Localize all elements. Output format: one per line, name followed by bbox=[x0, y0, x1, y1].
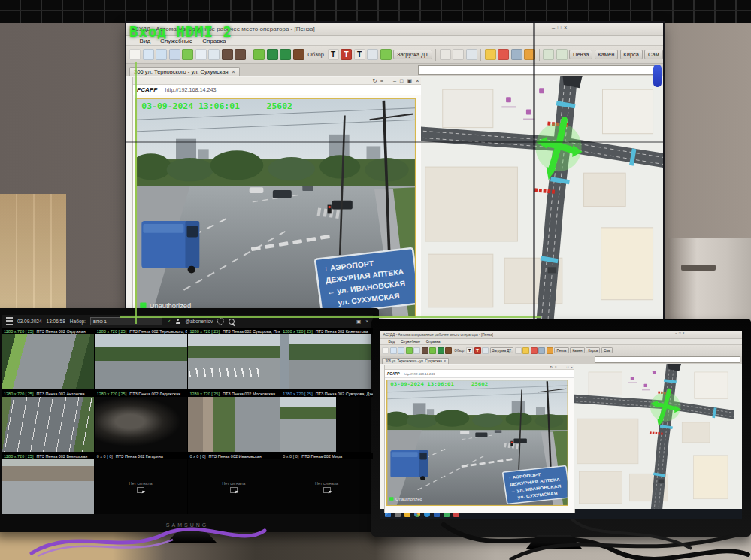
filter-icon[interactable]: T bbox=[466, 347, 473, 354]
user-red-icon[interactable] bbox=[531, 347, 538, 354]
maximize-icon[interactable]: □ bbox=[558, 24, 562, 31]
city-sam-button[interactable]: Сам bbox=[601, 347, 613, 353]
camera-tile[interactable]: 1280 x 720 [ 25]ПТЗ Пенза 002 Кижеватова bbox=[280, 328, 373, 389]
signal-icon[interactable] bbox=[482, 347, 489, 354]
user-yellow-icon[interactable] bbox=[485, 49, 496, 60]
city-penza-button[interactable]: Пенза bbox=[569, 50, 592, 59]
intersection-tab[interactable]: 306 ул. Терновского - ул. Сухумская × bbox=[382, 358, 449, 363]
open-icon[interactable] bbox=[390, 347, 397, 354]
city-kirsa-button[interactable]: Кирса bbox=[620, 50, 643, 59]
filter-red-icon[interactable]: T bbox=[341, 49, 352, 60]
tab-close-icon[interactable]: × bbox=[444, 359, 446, 363]
pcapp-tab[interactable]: PCAPP bbox=[387, 372, 400, 376]
browse-label[interactable]: Обзор bbox=[453, 349, 465, 353]
save-icon[interactable] bbox=[398, 347, 404, 354]
close-icon[interactable]: × bbox=[564, 24, 567, 31]
route-icon[interactable] bbox=[380, 49, 392, 60]
menu-service[interactable]: Служебные bbox=[401, 340, 420, 344]
leaf-icon[interactable] bbox=[253, 49, 265, 60]
minimize-icon[interactable]: – bbox=[562, 365, 564, 369]
close-icon[interactable]: × bbox=[571, 365, 573, 369]
new-doc-icon[interactable] bbox=[382, 347, 389, 354]
close-icon[interactable]: × bbox=[416, 77, 419, 84]
cursor-icon[interactable] bbox=[208, 49, 220, 60]
tree-icon[interactable] bbox=[267, 49, 278, 60]
minimize-icon[interactable]: – bbox=[393, 77, 396, 84]
camera-view[interactable] bbox=[385, 378, 574, 513]
load-dt-button[interactable]: Загрузка ДТ bbox=[393, 50, 432, 59]
check-icon[interactable]: ✓ bbox=[167, 319, 171, 325]
menu-help[interactable]: Справка bbox=[426, 340, 441, 344]
camera-tile[interactable]: 1280 x 720 [ 25]ПТЗ Пенза 002 Бекешская bbox=[2, 453, 94, 514]
user-yellow-icon[interactable] bbox=[522, 347, 529, 354]
map-search-input[interactable] bbox=[595, 356, 740, 363]
mask-icon[interactable] bbox=[222, 49, 233, 60]
list-icon[interactable]: ≡ bbox=[555, 365, 557, 369]
tab-close-icon[interactable]: × bbox=[232, 68, 235, 75]
new-doc-icon[interactable] bbox=[129, 49, 141, 60]
tree-icon[interactable] bbox=[445, 347, 452, 354]
traffic-map[interactable] bbox=[421, 76, 663, 320]
tree-icon[interactable] bbox=[438, 347, 444, 354]
city-penza-button[interactable]: Пенза bbox=[554, 347, 568, 353]
city-kamen-button[interactable]: Камен bbox=[570, 347, 585, 353]
fullscreen-icon[interactable]: ▣ bbox=[356, 319, 361, 325]
camera-tile[interactable]: 1280 x 720 [ 25]ПТЗ Пенза 002 Ладожская bbox=[95, 390, 187, 452]
settings-icon[interactable] bbox=[217, 318, 224, 325]
report-icon[interactable] bbox=[556, 49, 568, 60]
camera-tile[interactable]: 1280 x 720 [ 25]ПТЗ Пенза 002 Антонова bbox=[2, 390, 94, 452]
undo-icon[interactable] bbox=[547, 347, 553, 354]
maximize-icon[interactable]: □ bbox=[567, 365, 569, 369]
search-icon[interactable] bbox=[229, 319, 235, 325]
printer-icon[interactable] bbox=[511, 49, 522, 60]
close-icon[interactable]: × bbox=[683, 331, 685, 335]
maximize-icon[interactable]: □ bbox=[679, 331, 681, 335]
city-sam-button[interactable]: Сам bbox=[644, 50, 662, 59]
pcapp-url[interactable]: http://192.168.14.243 bbox=[165, 86, 217, 93]
maximize-icon[interactable]: □ bbox=[400, 77, 403, 84]
stats-icon[interactable] bbox=[543, 49, 554, 60]
pcapp-tab[interactable]: PCAPP bbox=[137, 86, 158, 93]
minimize-icon[interactable]: – bbox=[552, 24, 555, 31]
pcapp-url[interactable]: http://192.168.14.243 bbox=[404, 372, 435, 376]
filter-icon[interactable]: T bbox=[328, 49, 339, 60]
traffic-map[interactable] bbox=[574, 364, 742, 509]
intersection-tab[interactable]: 306 ул. Терновского - ул. Сухумская × bbox=[129, 67, 240, 76]
camera-tile-offline[interactable]: 0 x 0 [ 0]ПТЗ Пенза 002 Мира Нет сигнала bbox=[280, 453, 373, 514]
camera-tile[interactable]: 1280 x 720 [ 25]ПТЗ Пенза 002 Суворова, … bbox=[280, 390, 373, 452]
camera-tile[interactable]: 1280 x 720 [ 25]ПТЗ Пенза 002 Терновског… bbox=[95, 328, 187, 389]
zoom-plus-icon[interactable] bbox=[515, 347, 522, 354]
load-dt-button[interactable]: Загрузка ДТ bbox=[490, 347, 514, 353]
list-icon[interactable]: ≡ bbox=[380, 77, 383, 84]
people-icon[interactable] bbox=[466, 49, 477, 60]
save-icon[interactable] bbox=[156, 49, 167, 60]
camera-view[interactable] bbox=[133, 95, 422, 322]
close-icon[interactable]: × bbox=[365, 319, 368, 324]
zoom-plus-icon[interactable] bbox=[440, 49, 451, 60]
mask-icon[interactable] bbox=[422, 347, 428, 354]
refresh-icon[interactable]: ↻ bbox=[550, 365, 553, 369]
city-kirsa-button[interactable]: Кирса bbox=[586, 347, 600, 353]
tree-icon[interactable] bbox=[293, 49, 304, 60]
camera-tile-offline[interactable]: 0 x 0 [ 0]ПТЗ Пенза 002 Ивановская Нет с… bbox=[188, 453, 280, 514]
tree-icon[interactable] bbox=[280, 49, 291, 60]
screen-icon[interactable] bbox=[169, 49, 180, 60]
menu-icon[interactable] bbox=[6, 317, 13, 325]
minimize-icon[interactable]: – bbox=[675, 331, 677, 335]
leaf-icon[interactable] bbox=[429, 347, 436, 354]
city-kamen-button[interactable]: Камен bbox=[595, 50, 619, 59]
browse-label[interactable]: Обзор bbox=[306, 51, 326, 58]
monitor-green-icon[interactable] bbox=[406, 347, 413, 354]
refresh-icon[interactable]: ↻ bbox=[372, 77, 377, 84]
mask-icon[interactable] bbox=[235, 49, 246, 60]
monitor-green-icon[interactable] bbox=[182, 49, 193, 60]
signal-icon[interactable] bbox=[367, 49, 378, 60]
home-icon[interactable] bbox=[195, 49, 207, 60]
camera-tile-offline[interactable]: 0 x 0 [ 0]ПТЗ Пенза 002 Гагарина Нет сиг… bbox=[95, 453, 187, 514]
camera-tile[interactable]: 1280 x 720 [ 25]ПТЗ Пенза 002 Окружная bbox=[2, 328, 94, 389]
camera-tile[interactable]: 1280 x 720 [ 25]ПТЗ Пенза 002 Московская bbox=[188, 390, 280, 452]
restore-icon[interactable]: ▣ bbox=[407, 77, 412, 84]
user-red-icon[interactable] bbox=[498, 49, 509, 60]
map-zoom-control[interactable] bbox=[653, 65, 662, 87]
cursor-icon[interactable] bbox=[413, 347, 420, 354]
